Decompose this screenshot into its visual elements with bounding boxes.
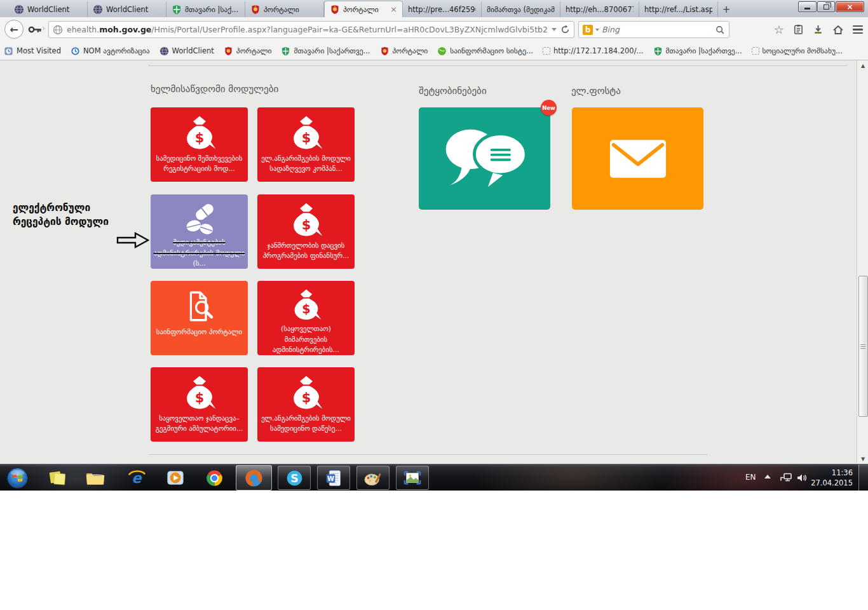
georgia-emblem-icon [330,4,340,15]
tab-worldclient-2[interactable]: WorldClient [88,2,166,17]
menu-icon[interactable] [853,25,863,34]
scroll-down-button[interactable]: ▼ [858,454,868,464]
new-badge: New [541,100,557,116]
downloads-icon[interactable] [813,24,824,35]
word-icon: W [325,469,343,487]
restore-button[interactable] [817,1,835,12]
hidden-icons-arrow[interactable] [764,475,771,478]
tab-strip: WorldClient WorldClient მთავარი |საქ... … [9,0,735,17]
bookmark-label: სოციალური მომსახუ... [763,46,843,55]
speech-bubbles-icon [437,123,532,194]
bookmark-label: http://172.17.184.200/... [553,46,644,55]
bookmarks-list-icon[interactable] [793,24,804,35]
tab-portal-active[interactable]: პორტალი × [324,1,403,17]
search-engine-dropdown-icon[interactable] [595,29,599,31]
screen: WorldClient WorldClient მთავარი |საქ... … [0,0,868,610]
tab-eh[interactable]: http://eh...870067780 [560,2,639,17]
page-content: ხელმისაწვდომი მოდულები შეტყობინებები ელ.… [0,60,868,464]
module-tile-medications[interactable]: მედიკამენტების ადმინისტრირების მოდული (ს… [151,194,248,269]
bookmark-infosystem[interactable]: საინფორმაციო სისტე... [437,46,533,56]
bookmark-most-visited[interactable]: Most Visited [4,46,61,56]
home-icon[interactable] [832,24,844,36]
close-icon: × [846,3,853,11]
bookmark-social[interactable]: სოციალური მომსახუ... [752,46,843,55]
scroll-up-button[interactable]: ▲ [858,60,868,71]
bookmark-nom[interactable]: NOM ავტორიზაცია [71,46,150,56]
network-icon[interactable] [779,472,793,483]
page-scrollbar[interactable]: ▲ ▼ [857,60,868,464]
module-tile-ereport-medical[interactable]: $ ელ.ანგარიშგების მოდული სამედიცინო დაწე… [257,367,355,442]
messages-tile[interactable]: New [419,107,550,210]
bookmark-label: მთავარი |საქართვე... [294,46,370,55]
tab-ref[interactable]: http://ref.../List.aspx [639,2,718,17]
tab-worldclient-1[interactable]: WorldClient [9,2,88,17]
word-taskbar-button[interactable]: W [317,466,350,490]
new-tab-button[interactable]: + [718,2,735,17]
bookmark-portal-2[interactable]: პორტალი [380,46,428,56]
tab-label: მთავარი |საქ... [185,5,240,14]
module-tile-label: (საყოველთაო) მიმართვების ადმინისტრირების… [260,324,353,355]
tab-mimartva[interactable]: მიმართვა (მედიკამ... [482,2,560,17]
bookmark-mtavari-2[interactable]: მთავარი |საქართვე... [653,46,742,56]
language-indicator[interactable]: EN [745,473,756,482]
tab-pre[interactable]: http://pre...46f2590af [403,2,482,17]
bookmark-mtavari-1[interactable]: მთავარი |საქართვე... [281,46,370,56]
tab-mtavari[interactable]: მთავარი |საქ... [166,2,245,17]
taskbar: e S W EN 11:36 27.04.2 [0,464,868,491]
green-shield-icon [172,4,182,15]
bing-icon[interactable]: b [583,25,593,35]
search-placeholder: Bing [602,25,712,34]
skype-taskbar-button[interactable]: S [278,466,311,490]
most-visited-icon [4,46,13,56]
start-button[interactable] [4,466,30,489]
module-tile-info-portal[interactable]: საინფორმაციო პორტალი [151,281,248,355]
snipping-tool-taskbar-button[interactable] [396,466,429,490]
taskbar-clock[interactable]: 11:36 27.04.2015 [808,468,853,488]
sticky-notes-icon[interactable] [44,466,70,489]
svg-text:$: $ [194,390,204,405]
paint-taskbar-button[interactable] [356,466,390,490]
tab-close-icon[interactable]: × [389,4,397,14]
back-button[interactable]: ← [4,20,24,39]
module-tile-label: მედიკამენტების ადმინისტრირების მოდული (ს… [153,238,246,269]
module-tile-health-programs[interactable]: $ ჯანმრთელობის დაცვის პროგრამების ფინანს… [257,194,355,269]
internet-explorer-icon[interactable]: e [124,466,149,489]
chrome-icon[interactable] [201,466,227,489]
module-tile-universal-healthcare[interactable]: $ საყოველთაო ჯანდაცვა– გეგმიური ამბულატო… [151,367,248,442]
explorer-folder-icon[interactable] [83,466,108,489]
document-search-icon [181,288,218,325]
reload-icon[interactable] [560,25,570,34]
bookmark-portal-1[interactable]: პორტალი [224,46,272,56]
show-desktop-button[interactable] [858,464,868,491]
georgia-emblem-icon [224,46,233,56]
bookmark-star-icon[interactable]: ☆ [774,24,784,36]
close-button[interactable]: × [836,1,864,12]
bookmark-label: WorldClient [172,46,214,55]
green-shield-icon [281,46,290,56]
svg-text:W: W [327,475,334,482]
bookmark-worldclient[interactable]: WorldClient [159,46,214,56]
module-tile-ereport-insurance[interactable]: $ ელ.ანგარიშგების მოდული სადაზღვევო კომპ… [257,107,355,182]
search-bar[interactable]: b Bing [578,21,729,38]
default-bookmark-icon [752,47,759,55]
media-player-icon[interactable] [163,466,188,489]
svg-text:$: $ [302,302,310,316]
tab-portal-1[interactable]: პორტალი [245,2,324,17]
email-tile[interactable] [572,107,703,210]
search-icon[interactable] [715,25,725,35]
navigation-toolbar: ← › ehealth.moh.gov.ge/Hmis/Portal/UserP… [0,17,868,42]
scrollbar-thumb[interactable] [858,276,868,417]
volume-icon[interactable] [796,473,808,482]
annotation-arrow-icon [116,232,149,248]
url-bar[interactable]: ehealth.moh.gov.ge/Hmis/Portal/UserProfi… [48,21,574,38]
firefox-taskbar-button[interactable] [236,465,272,491]
tab-label: WorldClient [27,5,82,14]
bookmark-label: Most Visited [17,46,61,55]
module-tile-referrals[interactable]: $ (საყოველთაო) მიმართვების ადმინისტრირებ… [257,281,355,355]
module-tile-medical-cases[interactable]: $ სამედიცინო შემთხვევების რეგისტრაციის მ… [151,107,248,182]
messages-section-header: შეტყობინებები [419,85,487,97]
minimize-button[interactable] [798,1,817,12]
url-dropdown-icon[interactable] [552,28,557,31]
bookmark-ip[interactable]: http://172.17.184.200/... [543,46,644,55]
module-tile-label: ელ.ანგარიშგების მოდული სადაზღვევო კომპან… [260,154,353,174]
